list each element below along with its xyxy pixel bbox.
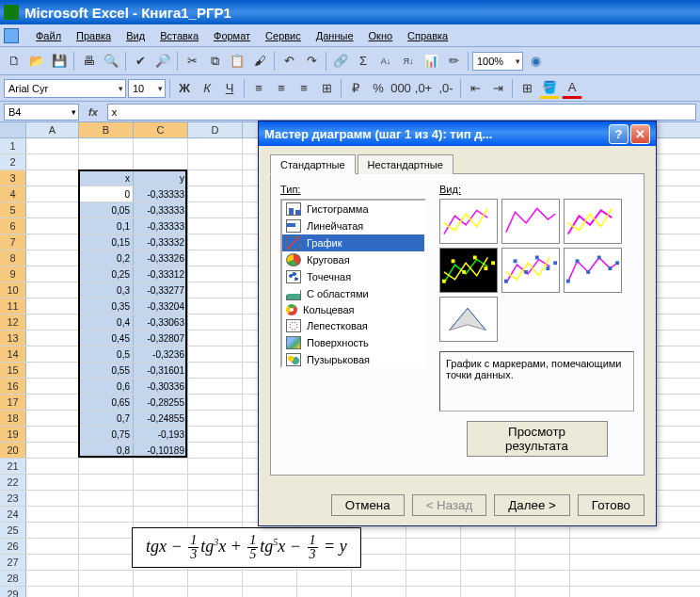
cell[interactable] [297,571,352,586]
row-header[interactable]: 5 [0,202,26,218]
cell[interactable] [26,571,79,586]
row-header[interactable]: 2 [0,154,26,169]
cell[interactable]: 0,7 [79,411,134,426]
cell[interactable]: -0,28255 [134,395,188,410]
cell[interactable] [188,154,243,169]
currency-icon[interactable]: ₽ [345,78,366,99]
chart-subtype-item[interactable] [439,297,498,342]
chart-type-item[interactable]: Поверхность [282,334,424,351]
cell[interactable] [188,234,243,250]
cell[interactable] [26,459,79,474]
cell[interactable]: -0,10189 [134,443,188,458]
cell[interactable]: -0,33063 [134,315,188,330]
cell[interactable]: -0,24855 [134,411,188,426]
row-header[interactable]: 1 [0,138,26,153]
row-header[interactable]: 17 [0,395,26,410]
column-header[interactable]: C [134,122,188,137]
cut-icon[interactable]: ✂ [182,51,202,72]
cell[interactable]: 0,4 [79,315,134,330]
cell[interactable] [79,491,134,506]
row-header[interactable]: 4 [0,186,26,202]
cell[interactable] [26,555,79,570]
autosum-icon[interactable]: Σ [353,51,374,72]
menu-view[interactable]: Вид [119,27,152,44]
cell[interactable]: -0,33333 [134,202,188,218]
cell[interactable] [134,154,188,169]
spell-icon[interactable]: ✔ [130,51,151,72]
redo-icon[interactable]: ↷ [301,51,322,72]
dec-indent-icon[interactable]: ⇤ [465,78,485,99]
cell[interactable]: -0,33333 [134,186,188,202]
cell[interactable] [79,507,134,522]
cell[interactable] [79,138,134,153]
menu-tools[interactable]: Сервис [258,27,309,44]
cell[interactable] [461,571,516,586]
cell[interactable] [461,587,516,597]
cell[interactable]: y [134,170,188,186]
row-header[interactable]: 22 [0,475,26,490]
chart-type-item[interactable]: Лепестковая [282,317,424,334]
cell[interactable] [26,331,79,346]
cell[interactable] [26,395,79,410]
borders-icon[interactable]: ⊞ [517,78,537,99]
chart-subtype-item[interactable] [439,199,498,244]
row-header[interactable]: 9 [0,266,26,282]
cell[interactable]: 0,6 [79,379,134,394]
font-color-icon[interactable]: A [562,78,582,99]
cell[interactable]: -0,32807 [134,331,188,346]
next-button[interactable]: Далее > [494,494,570,516]
cell[interactable] [188,315,243,330]
cell[interactable]: 0,3 [79,282,134,298]
cell[interactable] [26,170,79,186]
sort-desc-icon[interactable]: Я↓ [398,51,419,72]
menu-format[interactable]: Формат [206,27,258,44]
chart-type-item[interactable]: Точечная [282,268,424,285]
cell[interactable] [188,250,243,266]
cell[interactable] [26,475,79,490]
undo-icon[interactable]: ↶ [278,51,299,72]
cell[interactable] [26,411,79,426]
dialog-title-bar[interactable]: Мастер диаграмм (шаг 1 из 4): тип д... ?… [259,121,656,146]
align-center-icon[interactable]: ≡ [271,78,292,99]
bold-icon[interactable]: Ж [174,78,195,99]
cell[interactable] [26,138,79,153]
font-name-combo[interactable]: Arial Cyr [4,79,126,98]
hyperlink-icon[interactable]: 🔗 [330,51,351,72]
chart-type-item[interactable]: График [282,234,424,251]
cell[interactable]: 0 [79,186,134,202]
menu-insert[interactable]: Вставка [152,27,206,44]
cell[interactable] [188,282,243,298]
row-header[interactable]: 6 [0,218,26,234]
cell[interactable] [134,475,188,490]
row-header[interactable]: 13 [0,331,26,346]
row-header[interactable]: 25 [0,523,26,538]
cell[interactable] [188,587,243,597]
new-icon[interactable]: 🗋 [4,51,24,72]
row-header[interactable]: 23 [0,491,26,506]
cell[interactable] [26,154,79,169]
cell[interactable] [406,571,461,586]
drawing-icon[interactable]: ✏ [443,51,464,72]
chart-subtype-item[interactable] [564,199,622,244]
save-icon[interactable]: 💾 [49,51,70,72]
cell[interactable] [79,475,134,490]
cell[interactable] [79,587,134,597]
cell[interactable] [134,138,188,153]
row-header[interactable]: 7 [0,234,26,250]
row-header[interactable]: 24 [0,507,26,522]
row-header[interactable]: 19 [0,427,26,442]
cell[interactable] [26,587,79,597]
inc-indent-icon[interactable]: ⇥ [487,78,508,99]
underline-icon[interactable]: Ч [219,78,240,99]
cell[interactable] [188,347,243,362]
fx-icon[interactable]: fx [83,106,103,118]
cell[interactable] [188,138,243,153]
cell[interactable] [79,571,134,586]
cell[interactable]: -0,31601 [134,363,188,378]
dec-decimal-icon[interactable]: ,0- [436,78,456,99]
cell[interactable] [26,427,79,442]
cell[interactable] [26,282,79,298]
align-right-icon[interactable]: ≡ [294,78,314,99]
cell[interactable]: 0,65 [79,395,134,410]
cell[interactable]: -0,33312 [134,266,188,282]
